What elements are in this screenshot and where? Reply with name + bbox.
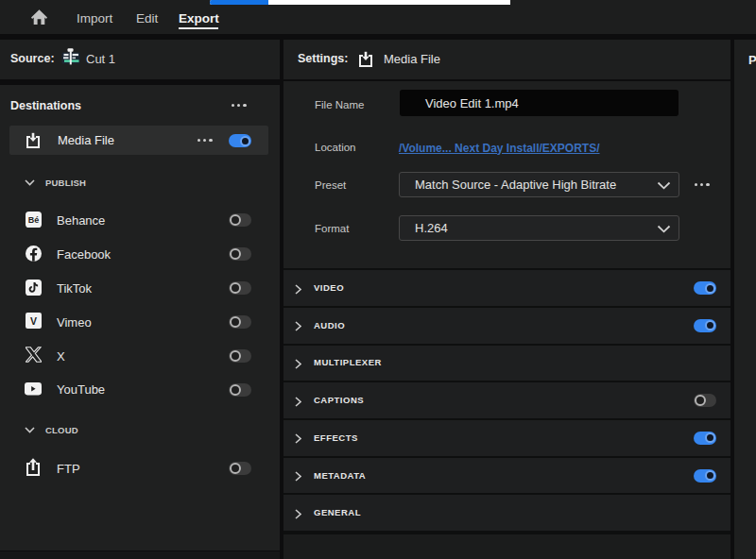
svg-text:V: V	[30, 315, 37, 327]
svg-text:Bé: Bé	[28, 215, 40, 225]
